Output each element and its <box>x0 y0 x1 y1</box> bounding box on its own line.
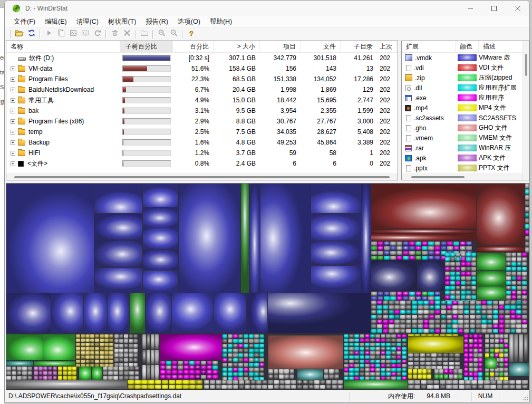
tree-row[interactable]: HIFI1.2%3.7 GB59581202 <box>6 148 398 158</box>
treemap-block[interactable] <box>160 334 222 360</box>
expander-plus-icon[interactable] <box>11 109 15 113</box>
treemap-region[interactable] <box>408 353 464 369</box>
expander-plus-icon[interactable] <box>11 66 15 71</box>
menu-item-7[interactable]: 帮助(H) <box>205 16 237 27</box>
treemap-region[interactable] <box>6 367 34 380</box>
treemap-block[interactable] <box>172 293 214 333</box>
tree-column-header-1[interactable]: 名称 <box>6 41 120 52</box>
treemap-block[interactable] <box>214 293 246 333</box>
extension-row[interactable]: .dll应用程序扩展 <box>402 83 523 93</box>
tree-row[interactable]: temp2.5%7.5 GB34,03528,6275,408202 <box>6 127 398 137</box>
treemap-block[interactable] <box>143 249 178 270</box>
resize-grip[interactable] <box>521 393 529 402</box>
treemap-region[interactable] <box>509 334 529 363</box>
tree-horizontal-scrollbar[interactable] <box>6 174 398 180</box>
toolbar-gripper[interactable] <box>9 30 11 39</box>
treemap-region[interactable] <box>324 369 344 380</box>
treemap-region[interactable] <box>76 334 114 367</box>
extension-column-header-3[interactable]: 描述 <box>479 41 523 52</box>
treemap-block[interactable] <box>311 184 361 213</box>
background-window-sliver[interactable]: ertaSt载 <box>0 7 4 404</box>
treemap-view[interactable] <box>6 183 529 390</box>
treemap-region[interactable] <box>434 369 464 380</box>
expander-plus-icon[interactable] <box>11 77 15 82</box>
open-folder-button[interactable] <box>13 28 25 40</box>
treemap-block[interactable] <box>371 184 476 228</box>
treemap-block[interactable] <box>477 271 506 286</box>
treemap-block[interactable] <box>143 271 178 293</box>
treemap-region[interactable] <box>464 334 485 380</box>
extension-row[interactable]: .pptxPPTX 文件 <box>402 163 523 173</box>
treemap-block[interactable] <box>477 286 506 300</box>
treemap-block[interactable] <box>6 361 33 366</box>
menu-item-4[interactable]: 树状图(T) <box>103 16 141 27</box>
treemap-block[interactable] <box>34 361 75 366</box>
close-button[interactable] <box>506 1 529 16</box>
expander-plus-icon[interactable] <box>11 151 15 156</box>
extension-row[interactable]: .sc2assetsSC2ASSETS <box>402 113 523 123</box>
treemap-region[interactable] <box>34 367 58 380</box>
tree-column-header-2[interactable]: 子树百分比 <box>120 41 173 52</box>
treemap-block[interactable] <box>94 268 142 293</box>
treemap-block[interactable] <box>79 367 91 380</box>
treemap-region[interactable] <box>114 334 142 367</box>
treemap-region[interactable] <box>445 253 477 301</box>
menu-item-2[interactable]: 编辑(E) <box>40 16 72 27</box>
treemap-region[interactable] <box>142 334 160 380</box>
treemap-block[interactable] <box>361 184 371 293</box>
treemap-block[interactable] <box>143 184 178 207</box>
treemap-region[interactable] <box>204 380 344 390</box>
extension-row[interactable]: .exe应用程序 <box>402 93 523 103</box>
treemap-region[interactable] <box>408 369 434 380</box>
treemap-region[interactable] <box>58 367 79 380</box>
menu-item-5[interactable]: 报告(R) <box>141 16 172 27</box>
help-button[interactable]: ? <box>185 28 197 40</box>
tree-row[interactable]: BaiduNetdiskDownload6.7%20.4 GB1,9981,86… <box>6 84 398 95</box>
treemap-block[interactable] <box>84 293 107 333</box>
extension-row[interactable]: .vdiVDI 文件 <box>402 63 523 73</box>
treemap-block[interactable] <box>311 214 361 241</box>
treemap-block[interactable] <box>43 334 75 360</box>
extension-row[interactable]: .mp4MP4 文件 <box>402 103 523 113</box>
treemap-block[interactable] <box>268 293 371 333</box>
extension-row[interactable]: .zip压缩(zipped <box>402 73 523 83</box>
treemap-block[interactable] <box>94 240 142 267</box>
treemap-block[interactable] <box>297 369 323 380</box>
treemap-block[interactable] <box>311 266 361 293</box>
treemap-region[interactable] <box>128 380 204 390</box>
menu-item-6[interactable]: 选项(O) <box>173 16 205 27</box>
extension-vertical-scrollbar[interactable] <box>523 41 529 180</box>
expander-plus-icon[interactable] <box>11 140 15 145</box>
treemap-block[interactable] <box>477 246 525 252</box>
treemap-region[interactable] <box>408 380 529 390</box>
treemap-block[interactable] <box>371 260 417 291</box>
treemap-block[interactable] <box>408 336 463 353</box>
extension-column-header-2[interactable]: 颜色 <box>456 41 479 52</box>
tree-column-header-3[interactable]: 百分比 <box>173 41 214 52</box>
expander-plus-icon[interactable] <box>11 161 15 166</box>
extension-row[interactable]: .vmemVMEM 文件 <box>402 133 523 143</box>
treemap-block[interactable] <box>249 184 260 293</box>
treemap-block[interactable] <box>241 184 249 293</box>
tree-row[interactable]: <文件>0.8%2.4 GB660202 <box>6 158 398 169</box>
menu-item-3[interactable]: 清理(C) <box>72 16 103 27</box>
tree-row[interactable]: 常用工具4.9%15.0 GB18,44215,6952,747202 <box>6 95 398 105</box>
treemap-block[interactable] <box>344 380 408 389</box>
treemap-block[interactable] <box>6 380 127 389</box>
treemap-block[interactable] <box>485 358 497 369</box>
treemap-region[interactable] <box>223 334 268 380</box>
treemap-block[interactable] <box>143 227 178 249</box>
treemap-block[interactable] <box>371 229 476 234</box>
treemap-block[interactable] <box>146 293 171 333</box>
treemap-block[interactable] <box>477 253 506 270</box>
treemap-block[interactable] <box>130 293 145 333</box>
treemap-block[interactable] <box>179 184 240 293</box>
treemap-block[interactable] <box>6 334 43 360</box>
treemap-region[interactable] <box>344 334 408 380</box>
tree-column-header-6[interactable]: 文件 <box>301 41 341 52</box>
extension-row[interactable]: .apkAPK 文件 <box>402 153 523 163</box>
treemap-region[interactable] <box>525 184 529 253</box>
treemap-region[interactable] <box>506 253 529 301</box>
tree-row[interactable]: 软件 (D:)[0:32 s]307.1 GB342,779301,51841,… <box>6 53 398 63</box>
treemap-block[interactable] <box>477 184 525 245</box>
